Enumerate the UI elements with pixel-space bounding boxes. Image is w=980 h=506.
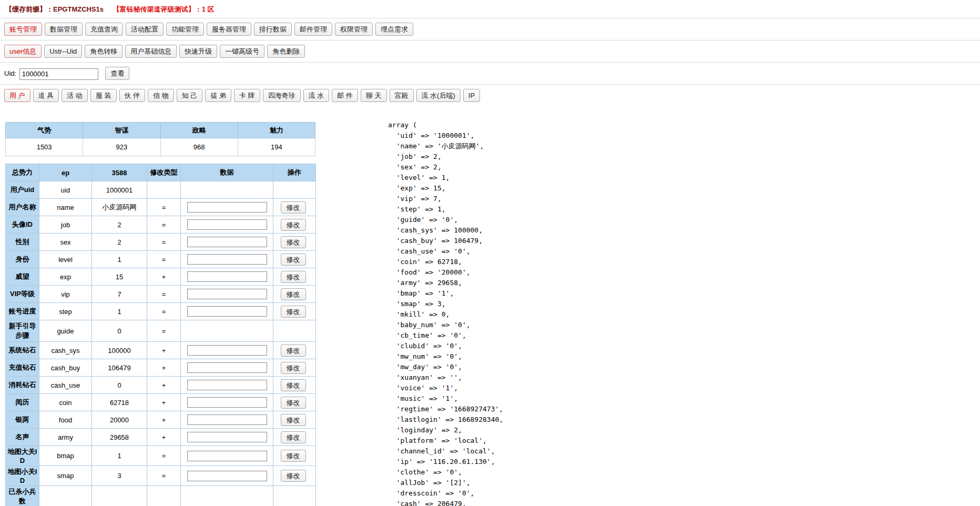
modify-button-level[interactable]: 修改 bbox=[281, 254, 306, 266]
subnav-role-transfer[interactable]: 角色转移 bbox=[85, 45, 122, 58]
attr-op-type: + bbox=[147, 394, 181, 411]
modify-button-smap[interactable]: 修改 bbox=[281, 470, 306, 482]
stat-value: 968 bbox=[160, 138, 238, 156]
attr-data-cell bbox=[181, 377, 273, 394]
attr-field bbox=[39, 486, 92, 506]
tab-palace[interactable]: 宫殿 bbox=[390, 89, 414, 102]
attr-label: 银两 bbox=[6, 411, 39, 429]
attr-current-value: 29658 bbox=[92, 429, 147, 446]
attr-label: 用户名称 bbox=[6, 199, 39, 216]
modify-button-cash_buy[interactable]: 修改 bbox=[281, 362, 306, 374]
nav-tracking-requirements[interactable]: 埋点需求 bbox=[375, 23, 413, 36]
value-input-army[interactable] bbox=[187, 432, 267, 442]
subnav-quick-upgrade[interactable]: 快速升级 bbox=[179, 45, 217, 58]
value-input-name[interactable] bbox=[187, 202, 267, 212]
modify-button-cash_sys[interactable]: 修改 bbox=[281, 345, 306, 357]
modify-button-cash_use[interactable]: 修改 bbox=[281, 379, 306, 391]
nav-ranking-data[interactable]: 排行数据 bbox=[254, 23, 292, 36]
attr-row: 消耗钻石cash_use0+修改 bbox=[6, 377, 316, 394]
tab-flow[interactable]: 流 水 bbox=[303, 89, 330, 102]
tab-flow-backend[interactable]: 流 水(后端) bbox=[416, 89, 461, 102]
tab-treasures[interactable]: 四海奇珍 bbox=[263, 89, 301, 102]
attr-current-value: 2 bbox=[92, 216, 147, 234]
modify-button-name[interactable]: 修改 bbox=[281, 201, 306, 214]
modify-button-food[interactable]: 修改 bbox=[281, 414, 306, 426]
tab-ip[interactable]: IP bbox=[463, 89, 480, 102]
attr-field: cash_sys bbox=[39, 342, 92, 359]
primary-nav: 账号管理数据管理充值查询活动配置功能管理服务器管理排行数据邮件管理权限管理埋点需… bbox=[0, 18, 980, 40]
value-input-cash_sys[interactable] bbox=[187, 345, 267, 356]
uid-input[interactable] bbox=[19, 68, 98, 80]
subnav-one-key-vip[interactable]: 一键高级号 bbox=[220, 45, 264, 58]
tab-activity[interactable]: 活 动 bbox=[62, 89, 88, 102]
attr-op-type: + bbox=[147, 268, 181, 286]
uid-form: Uid: 查看 bbox=[0, 63, 980, 84]
tab-partner[interactable]: 伙 伴 bbox=[119, 89, 146, 102]
nav-activity-config[interactable]: 活动配置 bbox=[126, 23, 164, 36]
attr-field: step bbox=[39, 303, 92, 320]
modify-button-sex[interactable]: 修改 bbox=[281, 236, 306, 248]
value-input-smap[interactable] bbox=[187, 471, 267, 481]
attr-op-type: + bbox=[147, 429, 181, 446]
tab-clothing[interactable]: 服 装 bbox=[90, 89, 117, 102]
secondary-nav: user信息Ustr--Uid角色转移用户基础信息快速升级一键高级号角色删除 bbox=[0, 41, 980, 62]
attr-row: 地图大关IDbmap1=修改 bbox=[6, 446, 316, 466]
subnav-user-info[interactable]: user信息 bbox=[4, 45, 42, 58]
attr-action-cell: 修改 bbox=[273, 394, 316, 411]
tab-token[interactable]: 信 物 bbox=[148, 89, 174, 102]
value-input-cash_use[interactable] bbox=[187, 380, 267, 390]
attr-header: 3588 bbox=[92, 164, 147, 181]
subnav-role-delete[interactable]: 角色删除 bbox=[267, 45, 305, 58]
nav-data-mgmt[interactable]: 数据管理 bbox=[45, 23, 83, 36]
attr-label: 地图大关ID bbox=[6, 446, 39, 466]
tab-card[interactable]: 卡 牌 bbox=[234, 89, 260, 102]
nav-function-mgmt[interactable]: 功能管理 bbox=[166, 23, 204, 36]
attr-action-cell: 修改 bbox=[273, 411, 316, 429]
value-input-job[interactable] bbox=[187, 219, 267, 230]
value-input-coin[interactable] bbox=[187, 397, 267, 408]
value-input-exp[interactable] bbox=[187, 271, 267, 282]
attr-row: 身份level1=修改 bbox=[6, 251, 316, 268]
attr-action-cell bbox=[273, 320, 316, 342]
value-input-food[interactable] bbox=[187, 414, 267, 425]
attr-current-value: 15 bbox=[92, 268, 147, 286]
attr-action-cell: 修改 bbox=[273, 303, 316, 320]
tab-apprentice[interactable]: 徒 弟 bbox=[205, 89, 231, 102]
server-channel-label: 【富钰秘传渠道评级测试】：1 区 bbox=[113, 5, 215, 13]
value-input-vip[interactable] bbox=[187, 289, 267, 299]
nav-mail-mgmt[interactable]: 邮件管理 bbox=[294, 23, 332, 36]
view-button[interactable]: 查看 bbox=[105, 67, 129, 80]
value-input-step[interactable] bbox=[187, 306, 267, 317]
attr-label: 性别 bbox=[6, 234, 39, 251]
modify-button-job[interactable]: 修改 bbox=[281, 219, 306, 231]
attr-current-value: 1000001 bbox=[92, 181, 147, 199]
value-input-level[interactable] bbox=[187, 254, 267, 265]
tab-items[interactable]: 道 具 bbox=[33, 89, 59, 102]
nav-recharge-query[interactable]: 充值查询 bbox=[85, 23, 123, 36]
attr-row: 用户名称name小皮源码网=修改 bbox=[6, 199, 316, 216]
value-input-cash_buy[interactable] bbox=[187, 362, 267, 373]
attr-data-cell bbox=[181, 446, 273, 466]
subnav-ustr-uid[interactable]: Ustr--Uid bbox=[44, 45, 82, 58]
tab-chat[interactable]: 聊 天 bbox=[361, 89, 387, 102]
value-input-bmap[interactable] bbox=[187, 451, 267, 461]
modify-button-coin[interactable]: 修改 bbox=[281, 397, 306, 409]
attr-current-value: 1 bbox=[92, 446, 147, 466]
attr-data-cell bbox=[181, 216, 273, 234]
nav-account-mgmt[interactable]: 账号管理 bbox=[4, 23, 42, 36]
modify-button-vip[interactable]: 修改 bbox=[281, 288, 306, 300]
value-input-sex[interactable] bbox=[187, 237, 267, 247]
nav-server-mgmt[interactable]: 服务器管理 bbox=[207, 23, 251, 36]
subnav-user-basic-info[interactable]: 用户基础信息 bbox=[125, 45, 177, 58]
tab-confidant[interactable]: 知 己 bbox=[177, 89, 203, 102]
attr-current-value: 3 bbox=[92, 466, 147, 486]
modify-button-step[interactable]: 修改 bbox=[281, 306, 306, 318]
modify-button-exp[interactable]: 修改 bbox=[281, 271, 306, 283]
nav-permission-mgmt[interactable]: 权限管理 bbox=[335, 23, 373, 36]
tab-mail[interactable]: 邮 件 bbox=[332, 89, 358, 102]
modify-button-bmap[interactable]: 修改 bbox=[281, 450, 306, 462]
attr-op-type bbox=[147, 486, 181, 506]
tab-user[interactable]: 用 户 bbox=[4, 89, 30, 102]
attr-label: 系统钻石 bbox=[6, 342, 39, 359]
modify-button-army[interactable]: 修改 bbox=[281, 431, 306, 443]
